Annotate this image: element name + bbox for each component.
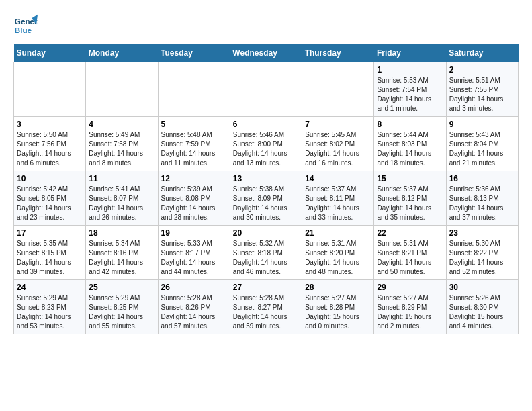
day-info: Sunrise: 5:33 AM Sunset: 8:17 PM Dayligh… <box>161 239 227 277</box>
day-info: Sunrise: 5:48 AM Sunset: 7:59 PM Dayligh… <box>161 130 227 168</box>
week-row-1: 1Sunrise: 5:53 AM Sunset: 7:54 PM Daylig… <box>14 62 519 117</box>
calendar-cell: 2Sunrise: 5:51 AM Sunset: 7:55 PM Daylig… <box>446 62 518 117</box>
calendar-cell: 23Sunrise: 5:30 AM Sunset: 8:22 PM Dayli… <box>446 226 518 280</box>
day-info: Sunrise: 5:37 AM Sunset: 8:11 PM Dayligh… <box>305 185 371 222</box>
header-day-monday: Monday <box>86 44 158 62</box>
calendar-cell: 5Sunrise: 5:48 AM Sunset: 7:59 PM Daylig… <box>158 117 230 171</box>
day-number: 30 <box>449 283 515 292</box>
calendar-cell: 6Sunrise: 5:46 AM Sunset: 8:00 PM Daylig… <box>230 117 302 171</box>
day-info: Sunrise: 5:29 AM Sunset: 8:23 PM Dayligh… <box>17 293 83 331</box>
day-number: 8 <box>377 120 443 129</box>
day-info: Sunrise: 5:32 AM Sunset: 8:18 PM Dayligh… <box>233 239 299 277</box>
header-day-wednesday: Wednesday <box>230 44 302 62</box>
calendar-cell <box>302 62 374 117</box>
calendar-cell: 17Sunrise: 5:35 AM Sunset: 8:15 PM Dayli… <box>14 226 86 280</box>
day-info: Sunrise: 5:28 AM Sunset: 8:27 PM Dayligh… <box>233 293 299 331</box>
calendar-cell: 18Sunrise: 5:34 AM Sunset: 8:16 PM Dayli… <box>86 226 158 280</box>
day-info: Sunrise: 5:31 AM Sunset: 8:21 PM Dayligh… <box>377 239 443 277</box>
calendar-cell: 16Sunrise: 5:36 AM Sunset: 8:13 PM Dayli… <box>446 171 518 226</box>
calendar-cell: 21Sunrise: 5:31 AM Sunset: 8:20 PM Dayli… <box>302 226 374 280</box>
day-number: 16 <box>449 174 515 183</box>
calendar-cell: 8Sunrise: 5:44 AM Sunset: 8:03 PM Daylig… <box>374 117 446 171</box>
day-number: 18 <box>89 228 154 238</box>
day-number: 24 <box>17 283 83 292</box>
calendar-cell: 22Sunrise: 5:31 AM Sunset: 8:21 PM Dayli… <box>374 226 446 280</box>
day-number: 14 <box>305 174 371 183</box>
header-day-sunday: Sunday <box>14 44 86 62</box>
calendar-cell: 20Sunrise: 5:32 AM Sunset: 8:18 PM Dayli… <box>230 226 302 280</box>
day-number: 21 <box>305 228 371 238</box>
calendar-cell: 12Sunrise: 5:39 AM Sunset: 8:08 PM Dayli… <box>158 171 230 226</box>
day-info: Sunrise: 5:42 AM Sunset: 8:05 PM Dayligh… <box>17 185 83 222</box>
calendar-cell: 13Sunrise: 5:38 AM Sunset: 8:09 PM Dayli… <box>230 171 302 226</box>
day-info: Sunrise: 5:36 AM Sunset: 8:13 PM Dayligh… <box>449 185 515 222</box>
day-info: Sunrise: 5:50 AM Sunset: 7:56 PM Dayligh… <box>17 130 83 168</box>
calendar-cell: 28Sunrise: 5:27 AM Sunset: 8:28 PM Dayli… <box>302 280 374 334</box>
calendar-cell: 9Sunrise: 5:43 AM Sunset: 8:04 PM Daylig… <box>446 117 518 171</box>
header-day-thursday: Thursday <box>302 44 374 62</box>
day-info: Sunrise: 5:45 AM Sunset: 8:02 PM Dayligh… <box>305 130 371 168</box>
day-number: 25 <box>89 283 154 292</box>
calendar-table: SundayMondayTuesdayWednesdayThursdayFrid… <box>13 44 519 334</box>
day-number: 13 <box>233 174 299 183</box>
logo-icon: General Blue <box>13 13 38 38</box>
header: General Blue <box>13 13 519 38</box>
header-row: SundayMondayTuesdayWednesdayThursdayFrid… <box>14 44 519 62</box>
day-number: 27 <box>233 283 299 292</box>
day-info: Sunrise: 5:28 AM Sunset: 8:26 PM Dayligh… <box>161 293 227 331</box>
day-info: Sunrise: 5:29 AM Sunset: 8:25 PM Dayligh… <box>89 293 154 331</box>
calendar-cell: 19Sunrise: 5:33 AM Sunset: 8:17 PM Dayli… <box>158 226 230 280</box>
calendar-cell: 3Sunrise: 5:50 AM Sunset: 7:56 PM Daylig… <box>14 117 86 171</box>
day-info: Sunrise: 5:41 AM Sunset: 8:07 PM Dayligh… <box>89 185 154 222</box>
day-number: 22 <box>377 228 443 238</box>
calendar-cell: 15Sunrise: 5:37 AM Sunset: 8:12 PM Dayli… <box>374 171 446 226</box>
day-info: Sunrise: 5:44 AM Sunset: 8:03 PM Dayligh… <box>377 130 443 168</box>
calendar-cell <box>14 62 86 117</box>
day-info: Sunrise: 5:27 AM Sunset: 8:28 PM Dayligh… <box>305 293 371 331</box>
header-day-saturday: Saturday <box>446 44 518 62</box>
day-number: 6 <box>233 120 299 129</box>
day-info: Sunrise: 5:30 AM Sunset: 8:22 PM Dayligh… <box>449 239 515 277</box>
week-row-5: 24Sunrise: 5:29 AM Sunset: 8:23 PM Dayli… <box>14 280 519 334</box>
calendar-cell: 11Sunrise: 5:41 AM Sunset: 8:07 PM Dayli… <box>86 171 158 226</box>
day-info: Sunrise: 5:26 AM Sunset: 8:30 PM Dayligh… <box>449 293 515 331</box>
day-info: Sunrise: 5:38 AM Sunset: 8:09 PM Dayligh… <box>233 185 299 222</box>
day-info: Sunrise: 5:37 AM Sunset: 8:12 PM Dayligh… <box>377 185 443 222</box>
week-row-4: 17Sunrise: 5:35 AM Sunset: 8:15 PM Dayli… <box>14 226 519 280</box>
day-number: 28 <box>305 283 371 292</box>
day-number: 15 <box>377 174 443 183</box>
day-info: Sunrise: 5:27 AM Sunset: 8:29 PM Dayligh… <box>377 293 443 331</box>
day-number: 2 <box>449 65 515 75</box>
day-number: 3 <box>17 120 83 129</box>
day-number: 5 <box>161 120 227 129</box>
day-info: Sunrise: 5:51 AM Sunset: 7:55 PM Dayligh… <box>449 76 515 113</box>
day-info: Sunrise: 5:39 AM Sunset: 8:08 PM Dayligh… <box>161 185 227 222</box>
logo: General Blue <box>13 13 38 38</box>
calendar-cell: 25Sunrise: 5:29 AM Sunset: 8:25 PM Dayli… <box>86 280 158 334</box>
day-info: Sunrise: 5:53 AM Sunset: 7:54 PM Dayligh… <box>377 76 443 113</box>
week-row-2: 3Sunrise: 5:50 AM Sunset: 7:56 PM Daylig… <box>14 117 519 171</box>
header-day-friday: Friday <box>374 44 446 62</box>
day-number: 26 <box>161 283 227 292</box>
day-number: 4 <box>89 120 154 129</box>
calendar-cell: 1Sunrise: 5:53 AM Sunset: 7:54 PM Daylig… <box>374 62 446 117</box>
calendar-cell: 26Sunrise: 5:28 AM Sunset: 8:26 PM Dayli… <box>158 280 230 334</box>
day-number: 7 <box>305 120 371 129</box>
calendar-cell: 14Sunrise: 5:37 AM Sunset: 8:11 PM Dayli… <box>302 171 374 226</box>
calendar-cell <box>158 62 230 117</box>
svg-text:Blue: Blue <box>15 26 32 34</box>
week-row-3: 10Sunrise: 5:42 AM Sunset: 8:05 PM Dayli… <box>14 171 519 226</box>
day-info: Sunrise: 5:46 AM Sunset: 8:00 PM Dayligh… <box>233 130 299 168</box>
day-number: 12 <box>161 174 227 183</box>
day-number: 11 <box>89 174 154 183</box>
day-number: 10 <box>17 174 83 183</box>
header-day-tuesday: Tuesday <box>158 44 230 62</box>
day-number: 29 <box>377 283 443 292</box>
calendar-cell: 29Sunrise: 5:27 AM Sunset: 8:29 PM Dayli… <box>374 280 446 334</box>
day-number: 9 <box>449 120 515 129</box>
calendar-cell: 10Sunrise: 5:42 AM Sunset: 8:05 PM Dayli… <box>14 171 86 226</box>
day-number: 17 <box>17 228 83 238</box>
day-info: Sunrise: 5:34 AM Sunset: 8:16 PM Dayligh… <box>89 239 154 277</box>
day-number: 23 <box>449 228 515 238</box>
calendar-cell: 30Sunrise: 5:26 AM Sunset: 8:30 PM Dayli… <box>446 280 518 334</box>
